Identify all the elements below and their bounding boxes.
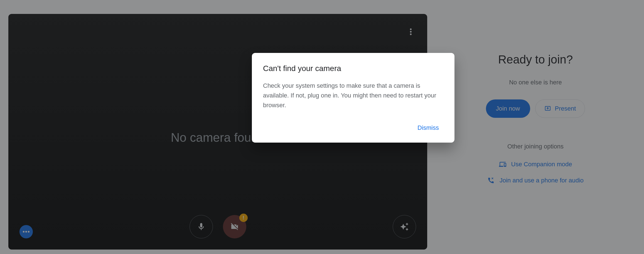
camera-error-dialog: Can't find your camera Check your system… <box>252 53 454 143</box>
dialog-body: Check your system settings to make sure … <box>263 81 443 110</box>
dialog-actions: Dismiss <box>263 121 443 134</box>
dismiss-button[interactable]: Dismiss <box>413 121 443 134</box>
dialog-title: Can't find your camera <box>263 64 443 73</box>
